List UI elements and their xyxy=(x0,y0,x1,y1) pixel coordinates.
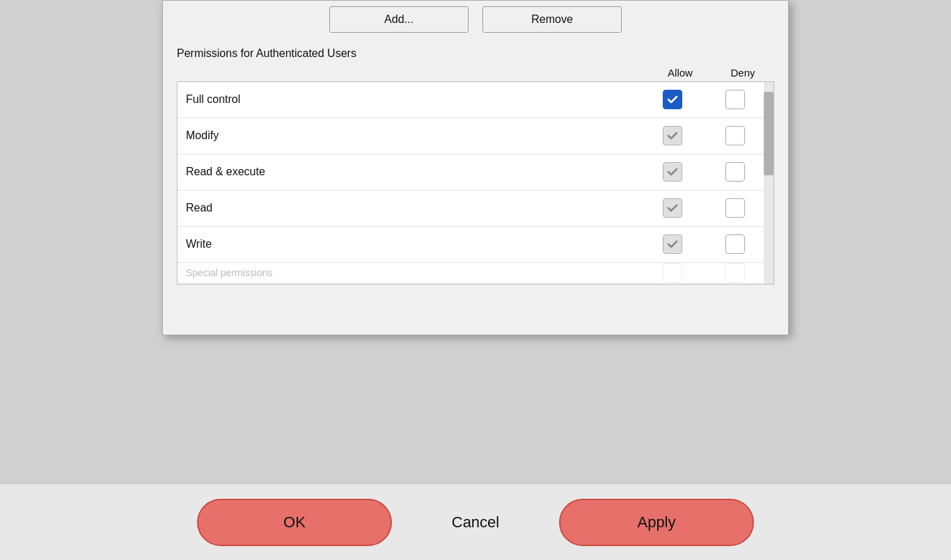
permission-label-modify: Modify xyxy=(186,129,641,142)
checkbox-allow-modify[interactable] xyxy=(663,126,682,145)
top-buttons-row: Add... Remove xyxy=(163,1,788,38)
table-row: Full control xyxy=(178,82,773,118)
checkbox-allow-special[interactable] xyxy=(663,263,682,282)
table-row: Special permissions xyxy=(178,263,773,284)
allow-full-control xyxy=(641,90,704,109)
checkmark-icon xyxy=(667,239,678,250)
checkmark-icon xyxy=(667,202,678,214)
checkbox-deny-modify[interactable] xyxy=(725,126,745,145)
ok-button[interactable]: OK xyxy=(197,499,392,546)
permissions-section: Permissions for Authenticated Users Allo… xyxy=(163,38,788,293)
permission-label-write: Write xyxy=(186,238,641,250)
permission-label-read-execute: Read & execute xyxy=(186,166,641,178)
checkbox-deny-write[interactable] xyxy=(725,234,745,254)
allow-write xyxy=(641,234,704,254)
checkmark-icon xyxy=(667,130,678,141)
permission-label-full-control: Full control xyxy=(186,93,641,106)
permissions-table: Full control Modify xyxy=(177,81,774,285)
allow-read xyxy=(641,198,704,218)
allow-special xyxy=(641,263,704,282)
deny-read-execute xyxy=(704,162,767,182)
table-row: Read & execute xyxy=(178,154,773,191)
checkmark-icon xyxy=(667,94,678,105)
col-header-allow: Allow xyxy=(649,67,712,79)
deny-special xyxy=(704,263,767,282)
checkbox-allow-read-execute[interactable] xyxy=(663,162,682,182)
allow-read-execute xyxy=(641,162,704,182)
permission-label-read: Read xyxy=(186,202,641,214)
allow-modify xyxy=(641,126,704,145)
dialog-panel: Add... Remove Permissions for Authentica… xyxy=(162,0,789,335)
checkbox-deny-read-execute[interactable] xyxy=(725,162,745,182)
add-button[interactable]: Add... xyxy=(329,6,469,33)
col-header-deny: Deny xyxy=(712,67,774,79)
checkbox-allow-full-control[interactable] xyxy=(663,90,682,109)
permission-label-special: Special permissions xyxy=(186,267,641,278)
table-row: Read xyxy=(178,191,773,227)
table-row: Modify xyxy=(178,118,773,154)
checkbox-deny-special[interactable] xyxy=(725,263,745,282)
remove-button[interactable]: Remove xyxy=(482,6,622,33)
checkmark-icon xyxy=(667,166,678,177)
cancel-button[interactable]: Cancel xyxy=(413,499,538,546)
checkbox-allow-write[interactable] xyxy=(663,234,682,254)
apply-button[interactable]: Apply xyxy=(559,499,754,546)
bottom-buttons-bar: OK Cancel Apply xyxy=(0,483,951,560)
scrollbar-thumb[interactable] xyxy=(764,92,773,175)
spacer xyxy=(163,293,788,335)
deny-modify xyxy=(704,126,767,145)
deny-read xyxy=(704,198,767,218)
deny-full-control xyxy=(704,90,767,109)
permissions-table-wrapper: Full control Modify xyxy=(177,81,774,285)
checkbox-allow-read[interactable] xyxy=(663,198,682,218)
column-headers: Allow Deny xyxy=(177,67,774,81)
checkbox-deny-read[interactable] xyxy=(725,198,745,218)
scrollbar[interactable] xyxy=(764,82,773,284)
checkbox-deny-full-control[interactable] xyxy=(725,90,745,109)
deny-write xyxy=(704,234,767,254)
table-row: Write xyxy=(178,227,773,263)
permissions-title: Permissions for Authenticated Users xyxy=(177,47,774,61)
